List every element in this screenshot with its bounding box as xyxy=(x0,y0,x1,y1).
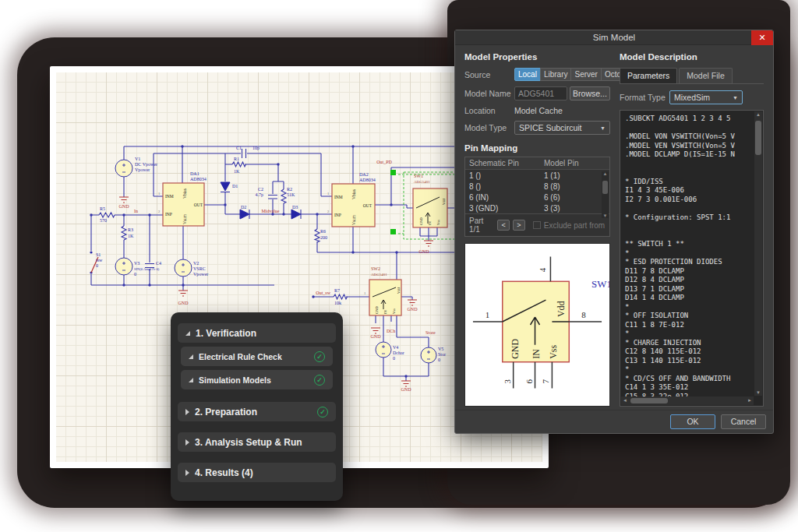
panel-item-1-verification[interactable]: 1. Verification xyxy=(178,323,336,343)
scroll-up-icon[interactable]: ▲ xyxy=(602,171,609,176)
schematic-label: DA2 xyxy=(359,172,369,177)
next-part-button[interactable]: > xyxy=(513,220,525,231)
preview-designator: SW1 xyxy=(591,278,609,290)
symbol-preview: Vdd GND IN Vss 1 8 4 3 6 7 xyxy=(464,243,610,407)
schematic-label: Vpower xyxy=(193,272,208,277)
selection-handle[interactable] xyxy=(390,170,396,175)
scroll-down-icon[interactable]: ▼ xyxy=(602,213,609,218)
schematic-label: Out_sw xyxy=(316,291,330,295)
cancel-button[interactable]: Cancel xyxy=(721,414,766,429)
panel-item-2-preparation[interactable]: 2. Preparation✓ xyxy=(178,402,336,421)
scrollbar-thumb[interactable] xyxy=(602,181,608,194)
schematic-label: 1K xyxy=(128,234,134,238)
svg-text:Vss: Vss xyxy=(548,345,559,359)
svg-text:Vsum: Vsum xyxy=(351,214,356,225)
resistor-R7 xyxy=(334,294,348,299)
simulation-dashboard-panel: 1. VerificationElectrical Rule Check✓Sim… xyxy=(171,312,343,501)
svg-text:INM: INM xyxy=(165,194,174,199)
schematic-label: SIN(0 Ampl Fr 0) xyxy=(134,267,160,271)
schematic-label: 2 xyxy=(327,210,329,213)
dialog-titlebar[interactable]: Sim Model ✕ xyxy=(455,30,773,45)
description-tabs: Parameters Model File xyxy=(620,68,764,84)
diode-D2 xyxy=(240,210,249,219)
svg-text:IN: IN xyxy=(428,221,432,225)
tab-parameters[interactable]: Parameters xyxy=(620,68,677,83)
collapsed-icon[interactable] xyxy=(185,409,189,415)
schematic-label: ADG5401 xyxy=(371,273,387,277)
model-code-view[interactable]: .SUBCKT ADG5401 1 2 3 4 5 .MODEL VON VSW… xyxy=(620,110,764,407)
pin-table-row[interactable]: 6 (IN)6 (6) xyxy=(465,192,609,203)
pin-mapping-table: Schematic Pin Model Pin 1 ()1 (1)8 ()8 (… xyxy=(464,157,610,237)
code-horizontal-scrollbar[interactable]: ◄ ► xyxy=(621,396,754,405)
location-value: Model Cache xyxy=(514,106,563,115)
schematic-label: Midvalue xyxy=(262,209,280,213)
model-type-label: Model Type xyxy=(464,123,514,132)
scroll-right-icon[interactable]: ► xyxy=(747,398,752,403)
format-type-dropdown[interactable]: MixedSim ▼ xyxy=(669,90,743,104)
schematic-label: C1 xyxy=(236,146,242,150)
model-type-dropdown[interactable]: SPICE Subcircuit ▼ xyxy=(514,121,610,135)
svg-text:1: 1 xyxy=(486,310,489,319)
code-vertical-scrollbar[interactable]: ▲ ▼ xyxy=(754,111,762,396)
schematic-label: 200 xyxy=(320,235,327,240)
pin-table-scrollbar[interactable]: ▲ ▼ xyxy=(602,171,609,218)
expanded-icon[interactable] xyxy=(185,331,190,336)
pin-table-row[interactable]: 8 ()8 (8) xyxy=(465,181,609,192)
expanded-icon[interactable] xyxy=(189,354,193,359)
schematic-label: C2 xyxy=(258,187,263,192)
svg-text:Vss: Vss xyxy=(392,308,396,314)
resistor-R1 xyxy=(232,162,246,167)
format-type-label: Format Type xyxy=(620,93,669,102)
model-name-input[interactable]: ADG5401 xyxy=(514,86,567,100)
schematic-label: Vpower xyxy=(135,167,150,172)
selection-handle[interactable] xyxy=(390,229,396,234)
prev-part-button[interactable]: < xyxy=(497,220,510,231)
resistor-R5 xyxy=(99,213,115,217)
schematic-label: tsw xyxy=(96,258,103,262)
collapsed-icon[interactable] xyxy=(185,439,189,446)
schematic-label: GND xyxy=(401,387,412,392)
schematic-label: GND xyxy=(178,301,189,305)
collapsed-icon[interactable] xyxy=(185,470,189,476)
panel-item-4-results-4-[interactable]: 4. Results (4) xyxy=(178,463,336,482)
tab-model-file[interactable]: Model File xyxy=(679,68,732,83)
source-V4 xyxy=(376,342,391,358)
schematic-label: SW1 xyxy=(414,174,423,178)
schematic-label: 1 xyxy=(364,291,365,295)
source-option-local[interactable]: Local xyxy=(514,68,541,81)
expanded-icon[interactable] xyxy=(189,378,193,382)
panel-item-3-analysis-setup-run[interactable]: 3. Analysis Setup & Run xyxy=(178,432,336,452)
schematic-label: SW2 xyxy=(371,266,380,271)
chevron-down-icon: ▼ xyxy=(733,95,738,100)
schematic-label: Store xyxy=(425,330,436,335)
source-option-library[interactable]: Library xyxy=(540,68,572,81)
pin-table-footer: Part 1/1 < > Exclude part from s xyxy=(465,213,609,236)
scroll-up-icon[interactable]: ▲ xyxy=(756,112,761,117)
svg-text:GND: GND xyxy=(375,306,379,314)
svg-text:8: 8 xyxy=(581,310,586,319)
scroll-down-icon[interactable]: ▼ xyxy=(756,390,761,395)
schematic-label: R3 xyxy=(128,227,133,232)
close-icon[interactable]: ✕ xyxy=(751,30,773,45)
pin-table-header: Schematic Pin Model Pin xyxy=(465,157,609,170)
pin-table-row[interactable]: 1 ()1 (1) xyxy=(465,170,609,181)
source-option-server[interactable]: Server xyxy=(570,68,601,81)
schematic-label: 10k xyxy=(334,301,341,305)
schematic-label: AD8034 xyxy=(190,177,207,181)
scroll-left-icon[interactable]: ◄ xyxy=(623,398,627,403)
exclude-part-checkbox[interactable] xyxy=(533,221,541,229)
source-label: Source xyxy=(464,70,514,79)
pin-table-row[interactable]: 3 (GND)3 (3) xyxy=(465,203,609,213)
svg-text:INP: INP xyxy=(334,213,341,217)
panel-item-simulation-models[interactable]: Simulation Models✓ xyxy=(181,370,333,389)
scrollbar-thumb[interactable] xyxy=(755,121,761,155)
spice-model-text: .SUBCKT ADG5401 1 2 3 4 5 .MODEL VON VSW… xyxy=(620,111,763,405)
schematic-label: 0 xyxy=(393,356,395,361)
schematic-label: GND xyxy=(371,334,382,339)
browse-button[interactable]: Browse... xyxy=(570,86,610,100)
panel-item-electrical-rule-check[interactable]: Electrical Rule Check✓ xyxy=(181,347,333,366)
ok-button[interactable]: OK xyxy=(670,414,715,429)
scrollbar-thumb[interactable] xyxy=(630,398,668,403)
check-passed-icon: ✓ xyxy=(317,407,328,417)
schematic-label: DA1 xyxy=(190,171,200,176)
